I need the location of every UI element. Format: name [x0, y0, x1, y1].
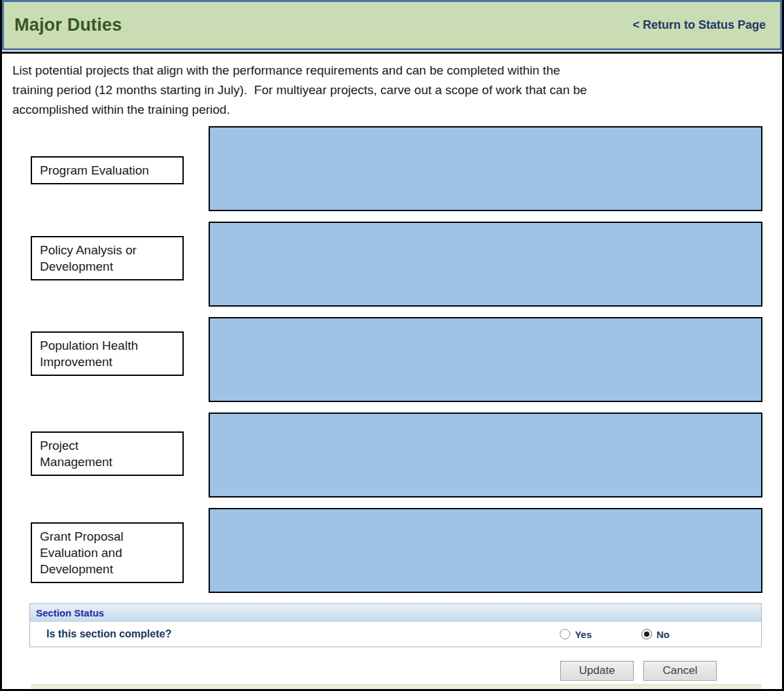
radio-yes-label: Yes: [575, 629, 592, 640]
radio-option-yes[interactable]: Yes: [560, 629, 592, 640]
duty-label-program-evaluation: Program Evaluation: [31, 156, 184, 184]
duty-label-population-health: Population Health Improvement: [31, 331, 184, 376]
radio-no-icon[interactable]: [641, 629, 652, 639]
duty-input-policy-analysis[interactable]: [209, 222, 762, 307]
content-area: List potential projects that align with …: [2, 52, 782, 689]
footer-strip: [31, 684, 762, 689]
duty-row-grant-proposal: Grant Proposal Evaluation and Developmen…: [31, 508, 762, 593]
duty-label-grant-proposal: Grant Proposal Evaluation and Developmen…: [31, 522, 184, 583]
section-status-panel: Section Status Is this section complete?…: [29, 603, 762, 647]
section-status-title: Section Status: [36, 607, 104, 618]
update-button[interactable]: Update: [560, 661, 634, 681]
radio-yes-icon[interactable]: [560, 629, 570, 639]
page-header: Major Duties < Return to Status Page: [2, 0, 782, 50]
section-complete-radio-group: Yes No: [560, 629, 670, 640]
duty-input-grant-proposal[interactable]: [209, 508, 762, 593]
instructions-text: List potential projects that align with …: [12, 61, 715, 120]
duty-input-population-health[interactable]: [209, 317, 762, 402]
duty-label-project-management: Project Management: [31, 431, 184, 476]
duty-label-policy-analysis: Policy Analysis or Development: [31, 236, 184, 280]
duty-row-project-management: Project Management: [31, 413, 762, 497]
radio-option-no[interactable]: No: [641, 629, 670, 640]
section-status-header: Section Status: [30, 604, 761, 622]
section-complete-question: Is this section complete?: [30, 628, 171, 640]
duty-row-program-evaluation: Program Evaluation: [31, 126, 762, 211]
duty-input-project-management[interactable]: [209, 413, 762, 497]
return-to-status-link[interactable]: < Return to Status Page: [632, 18, 766, 32]
section-status-question-row: Is this section complete? Yes No: [30, 622, 761, 647]
duty-input-program-evaluation[interactable]: [209, 126, 762, 211]
page-title: Major Duties: [14, 15, 122, 35]
radio-no-label: No: [656, 629, 670, 640]
duty-row-population-health: Population Health Improvement: [31, 317, 762, 402]
cancel-button[interactable]: Cancel: [643, 661, 717, 681]
major-duties-page: Major Duties < Return to Status Page Lis…: [0, 0, 784, 691]
action-button-row: Update Cancel: [2, 661, 717, 681]
duty-row-policy-analysis: Policy Analysis or Development: [31, 222, 762, 307]
